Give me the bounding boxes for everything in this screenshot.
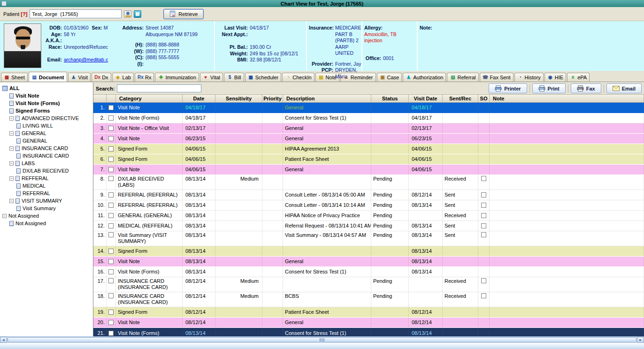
table-row-18[interactable]: 18.INSURANCE CARD (INSURANCE CARD)08/12/… — [93, 292, 644, 307]
row-checkbox[interactable] — [108, 146, 114, 152]
tab-document[interactable]: ▤Document — [29, 72, 67, 82]
table-row-9[interactable]: 9.REFERRAL (REFERRAL)08/13/14Consult Let… — [93, 190, 644, 200]
table-row-19[interactable]: 19.Signed Form08/12/14Patient Face Sheet… — [93, 307, 644, 318]
patient-input[interactable] — [30, 9, 122, 18]
row-checkbox[interactable] — [108, 157, 114, 162]
table-row-21[interactable]: 21.Visit Note (Forms)08/13/14Consent for… — [93, 328, 644, 336]
collapse-icon[interactable]: − — [9, 146, 14, 151]
collapse-icon[interactable]: − — [9, 161, 14, 166]
table-row-4[interactable]: 4.Visit Note06/23/15General06/23/15 — [93, 134, 644, 144]
tree-item-signed-forms[interactable]: Signed Forms — [0, 107, 93, 114]
table-row-15[interactable]: 15.Visit Note08/13/14General08/13/14 — [93, 257, 644, 267]
table-row-16[interactable]: 16.Visit Note (Forms)08/13/14Consent for… — [93, 267, 644, 277]
row-checkbox[interactable] — [108, 126, 114, 131]
column-header-date[interactable]: Date — [183, 95, 215, 102]
table-row-2[interactable]: 2.Visit Note (Forms)04/18/17Consent for … — [93, 113, 644, 123]
collapse-icon[interactable]: − — [9, 116, 14, 121]
row-checkbox[interactable] — [108, 167, 114, 172]
tree-item-insurance-card[interactable]: −INSURANCE CARD — [0, 144, 93, 152]
tree-item-all[interactable]: ALL — [0, 84, 93, 92]
tree-item-not-assigned[interactable]: −Not Assigned — [0, 212, 93, 220]
chart-view-icon[interactable] — [134, 10, 141, 18]
row-checkbox[interactable] — [108, 269, 114, 274]
row-checkbox[interactable] — [108, 176, 114, 181]
tab-hie[interactable]: ◉HIE — [544, 73, 566, 82]
scroll-right-button[interactable]: ► — [637, 337, 644, 343]
collapse-icon[interactable]: − — [9, 176, 14, 181]
table-row-17[interactable]: 17.INSURANCE CARD (INSURANCE CARD)08/12/… — [93, 277, 644, 292]
column-header-visit-date[interactable]: Visit Date — [409, 95, 443, 102]
table-row-10[interactable]: 10.REFERRAL (REFERRAL)08/13/14Consult Le… — [93, 200, 644, 211]
so-checkbox[interactable] — [481, 213, 486, 218]
tree-item-visit-note-forms[interactable]: Visit Note (Forms) — [0, 99, 93, 107]
column-header-description[interactable]: Description — [283, 95, 371, 102]
table-row-7[interactable]: 7.Visit Note04/06/15General04/06/15 — [93, 165, 644, 175]
row-checkbox[interactable] — [108, 320, 114, 325]
table-row-12[interactable]: 12.MEDICAL (REFFERAL)08/13/14Referral Re… — [93, 221, 644, 231]
column-header-priority[interactable]: Priority — [262, 95, 283, 102]
row-checkbox[interactable] — [108, 115, 114, 121]
tab-dx[interactable]: DxDx — [92, 73, 111, 82]
tree-item-not-assigned[interactable]: Not Assigned — [0, 220, 93, 227]
tab-lab[interactable]: ◆Lab — [112, 73, 134, 82]
table-row-1[interactable]: 1.Visit Note04/18/17General04/18/17 — [93, 103, 644, 113]
patient-email-link[interactable]: archanp@meditab.c — [64, 57, 108, 63]
printer-button[interactable]: Printer — [489, 83, 527, 93]
tree-item-advanced-directive[interactable]: −ADVANCED DIRECTIVE — [0, 114, 93, 122]
tree-item-living-will[interactable]: LIVING WILL — [0, 122, 93, 129]
patient-help-link[interactable]: [?] — [21, 11, 27, 17]
patient-lookup-icon[interactable] — [124, 10, 131, 18]
collapse-icon[interactable]: − — [9, 131, 14, 136]
print-button[interactable]: Print — [532, 83, 566, 93]
row-checkbox[interactable] — [108, 310, 114, 315]
column-header-sent-rec[interactable]: Sent/Rec — [443, 95, 478, 102]
tree-item-visit-summary[interactable]: −VISIT SUMMARY — [0, 197, 93, 205]
tree-item-dx-lab-received[interactable]: DX/LAB RECEIVED — [0, 167, 93, 174]
tab-fax-sent[interactable]: ☎Fax Sent — [480, 73, 514, 82]
tab-authorization[interactable]: ♟Authorization — [403, 73, 446, 82]
retrieve-button[interactable]: Retrieve — [163, 9, 204, 19]
tab-scheduler[interactable]: ▦Scheduler — [245, 73, 282, 82]
scrollbar-thumb[interactable] — [8, 337, 636, 342]
column-header-sensitivity[interactable]: Sensitivity — [215, 95, 262, 102]
column-header-so[interactable]: SO — [478, 95, 490, 102]
row-checkbox[interactable] — [108, 213, 114, 218]
column-header-note[interactable]: Note — [490, 95, 644, 102]
column-header-status[interactable]: Status — [371, 95, 409, 102]
search-input[interactable] — [117, 84, 201, 92]
row-checkbox[interactable] — [108, 249, 114, 254]
table-row-6[interactable]: 6.Signed Form04/06/15Patient Face Sheet0… — [93, 154, 644, 165]
tree-item-general[interactable]: GENERAL — [0, 137, 93, 144]
email-button[interactable]: Email — [606, 83, 642, 93]
tab-rx[interactable]: RxRx — [135, 73, 154, 82]
tree-item-insurance-card[interactable]: INSURANCE CARD — [0, 152, 93, 159]
so-checkbox[interactable] — [481, 278, 486, 283]
row-checkbox[interactable] — [108, 232, 114, 237]
row-checkbox[interactable] — [108, 259, 114, 264]
so-checkbox[interactable] — [481, 293, 486, 298]
tab-bill[interactable]: $Bill — [224, 73, 244, 82]
tree-item-refferal[interactable]: −REFFERAL — [0, 174, 93, 182]
table-row-3[interactable]: 3.Visit Note - Office Visit02/13/17Gener… — [93, 123, 644, 134]
column-header-category[interactable]: Category — [116, 95, 183, 102]
row-checkbox[interactable] — [108, 105, 114, 110]
tree-item-labs[interactable]: −LABS — [0, 159, 93, 167]
so-checkbox[interactable] — [481, 176, 486, 181]
row-checkbox[interactable] — [108, 331, 114, 336]
so-checkbox[interactable] — [481, 192, 486, 197]
tab-case[interactable]: ▣Case — [377, 73, 402, 82]
row-checkbox[interactable] — [108, 223, 114, 228]
so-checkbox[interactable] — [481, 223, 486, 228]
tab-history[interactable]: ◔History — [514, 73, 544, 82]
tree-item-visit-summary[interactable]: Visit Summary — [0, 205, 93, 212]
table-row-20[interactable]: 20.Visit Note08/12/14General08/12/14 — [93, 318, 644, 328]
so-checkbox[interactable] — [481, 203, 486, 208]
tree-item-visit-note[interactable]: Visit Note — [0, 92, 93, 99]
row-checkbox[interactable] — [108, 136, 114, 141]
scroll-left-button[interactable]: ◄ — [0, 337, 7, 343]
tree-item-general[interactable]: −GENERAL — [0, 129, 93, 137]
row-checkbox[interactable] — [108, 192, 114, 197]
tab-visit[interactable]: ♟Visit — [68, 73, 91, 82]
row-checkbox[interactable] — [108, 203, 114, 208]
collapse-icon[interactable]: − — [9, 199, 14, 203]
